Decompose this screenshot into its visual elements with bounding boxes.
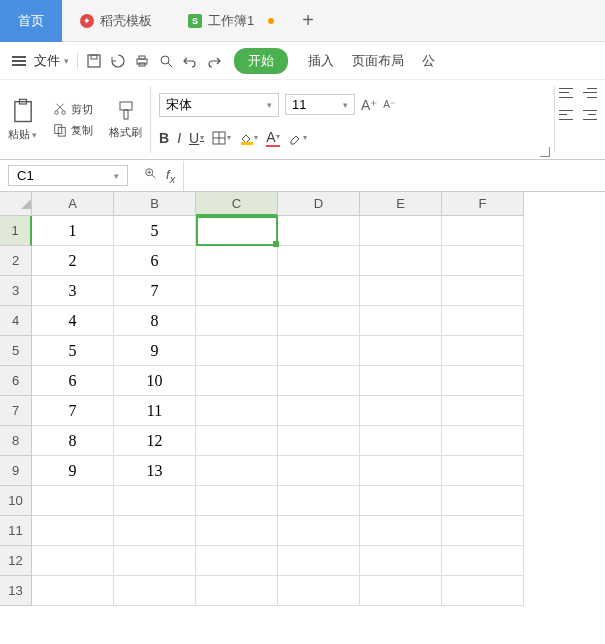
cell-D8[interactable]	[278, 426, 360, 456]
preview-icon[interactable]	[158, 53, 174, 69]
cell-A9[interactable]: 9	[32, 456, 114, 486]
cell-A2[interactable]: 2	[32, 246, 114, 276]
cell-E7[interactable]	[360, 396, 442, 426]
select-all-corner[interactable]	[0, 192, 32, 216]
column-header-F[interactable]: F	[442, 192, 524, 216]
row-header-13[interactable]: 13	[0, 576, 32, 606]
row-header-11[interactable]: 11	[0, 516, 32, 546]
row-header-12[interactable]: 12	[0, 546, 32, 576]
cell-D6[interactable]	[278, 366, 360, 396]
cell-E8[interactable]	[360, 426, 442, 456]
eraser-button[interactable]: ▾	[288, 131, 307, 145]
cell-A13[interactable]	[32, 576, 114, 606]
begin-tab[interactable]: 开始	[234, 48, 288, 74]
name-box[interactable]: C1 ▾	[8, 165, 128, 186]
align-center-button[interactable]	[583, 108, 601, 122]
cell-A11[interactable]	[32, 516, 114, 546]
cell-B3[interactable]: 7	[114, 276, 196, 306]
tab-home[interactable]: 首页	[0, 0, 62, 42]
row-header-6[interactable]: 6	[0, 366, 32, 396]
cell-D4[interactable]	[278, 306, 360, 336]
cell-C3[interactable]	[196, 276, 278, 306]
undo-icon[interactable]	[182, 53, 198, 69]
cell-A4[interactable]: 4	[32, 306, 114, 336]
cell-F11[interactable]	[442, 516, 524, 546]
row-header-7[interactable]: 7	[0, 396, 32, 426]
cell-B1[interactable]: 5	[114, 216, 196, 246]
cell-B4[interactable]: 8	[114, 306, 196, 336]
copy-button[interactable]: 复制	[53, 123, 93, 138]
cell-F7[interactable]	[442, 396, 524, 426]
row-header-8[interactable]: 8	[0, 426, 32, 456]
cell-A3[interactable]: 3	[32, 276, 114, 306]
cell-E5[interactable]	[360, 336, 442, 366]
row-header-3[interactable]: 3	[0, 276, 32, 306]
cell-A5[interactable]: 5	[32, 336, 114, 366]
cell-D5[interactable]	[278, 336, 360, 366]
cell-D2[interactable]	[278, 246, 360, 276]
align-middle-button[interactable]	[583, 86, 601, 100]
cell-C1[interactable]	[196, 216, 278, 246]
format-painter-button[interactable]: 格式刷	[109, 99, 142, 140]
column-header-D[interactable]: D	[278, 192, 360, 216]
cell-D10[interactable]	[278, 486, 360, 516]
font-name-select[interactable]: 宋体 ▾	[159, 93, 279, 117]
cell-F5[interactable]	[442, 336, 524, 366]
chevron-down-icon[interactable]: ▾	[64, 56, 69, 66]
formula-input[interactable]	[183, 161, 605, 191]
cell-A8[interactable]: 8	[32, 426, 114, 456]
cell-C10[interactable]	[196, 486, 278, 516]
cell-F2[interactable]	[442, 246, 524, 276]
row-header-10[interactable]: 10	[0, 486, 32, 516]
column-header-A[interactable]: A	[32, 192, 114, 216]
row-header-5[interactable]: 5	[0, 336, 32, 366]
cell-B9[interactable]: 13	[114, 456, 196, 486]
cell-F3[interactable]	[442, 276, 524, 306]
add-tab-button[interactable]: +	[292, 9, 324, 32]
align-left-button[interactable]	[559, 108, 577, 122]
cell-E4[interactable]	[360, 306, 442, 336]
cut-button[interactable]: 剪切	[53, 102, 93, 117]
cell-E11[interactable]	[360, 516, 442, 546]
cell-F13[interactable]	[442, 576, 524, 606]
cell-B2[interactable]: 6	[114, 246, 196, 276]
cell-D7[interactable]	[278, 396, 360, 426]
row-header-1[interactable]: 1	[0, 216, 32, 246]
cell-C4[interactable]	[196, 306, 278, 336]
row-header-2[interactable]: 2	[0, 246, 32, 276]
font-color-button[interactable]: A▾	[266, 129, 280, 147]
cell-A12[interactable]	[32, 546, 114, 576]
cell-F9[interactable]	[442, 456, 524, 486]
cell-A6[interactable]: 6	[32, 366, 114, 396]
font-group-expand[interactable]	[540, 147, 550, 157]
column-header-B[interactable]: B	[114, 192, 196, 216]
save-icon[interactable]	[86, 53, 102, 69]
increase-font-button[interactable]: A⁺	[361, 97, 377, 113]
cell-F1[interactable]	[442, 216, 524, 246]
zoom-icon[interactable]	[144, 167, 158, 184]
fill-color-button[interactable]: ▾	[239, 130, 258, 145]
column-header-C[interactable]: C	[196, 192, 278, 216]
cell-C13[interactable]	[196, 576, 278, 606]
hamburger-icon[interactable]	[8, 52, 30, 70]
paste-button[interactable]: 粘贴▾	[8, 97, 37, 142]
cell-E2[interactable]	[360, 246, 442, 276]
cell-C11[interactable]	[196, 516, 278, 546]
cell-E3[interactable]	[360, 276, 442, 306]
cell-D1[interactable]	[278, 216, 360, 246]
cell-A7[interactable]: 7	[32, 396, 114, 426]
cell-F4[interactable]	[442, 306, 524, 336]
cell-D11[interactable]	[278, 516, 360, 546]
cell-E13[interactable]	[360, 576, 442, 606]
tab-workbook[interactable]: S 工作簿1	[170, 0, 292, 42]
cell-E9[interactable]	[360, 456, 442, 486]
auto-save-icon[interactable]	[110, 53, 126, 69]
insert-tab[interactable]: 插入	[308, 52, 334, 70]
cell-F10[interactable]	[442, 486, 524, 516]
cell-A10[interactable]	[32, 486, 114, 516]
cell-B6[interactable]: 10	[114, 366, 196, 396]
cell-C8[interactable]	[196, 426, 278, 456]
decrease-font-button[interactable]: A⁻	[383, 99, 395, 110]
cell-C7[interactable]	[196, 396, 278, 426]
row-header-9[interactable]: 9	[0, 456, 32, 486]
